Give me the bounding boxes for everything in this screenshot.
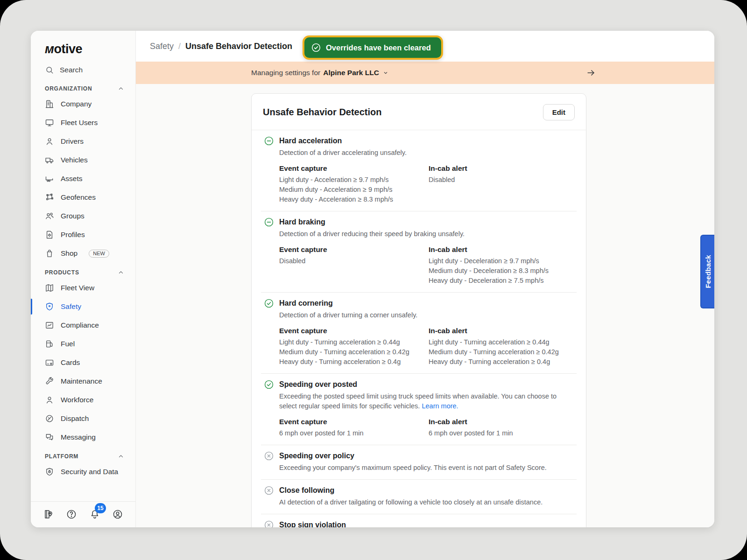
sidebar-item-label: Cards (61, 358, 80, 367)
threshold-line: Heavy duty - Turning acceleration ≥ 0.4g (279, 357, 429, 367)
section-organization[interactable]: ORGANIZATION (31, 79, 135, 95)
threshold-line: 6 mph over posted for 1 min (429, 428, 574, 438)
event-capture-column: Event capture 6 mph over posted for 1 mi… (279, 417, 429, 438)
learn-more-link[interactable]: Learn more. (422, 402, 458, 410)
threshold-line: Heavy duty - Turning acceleration ≥ 0.4g (429, 357, 574, 367)
threshold-line: Light duty - Acceleration ≥ 9.7 mph/s (279, 175, 429, 185)
setting-title: Close following (279, 485, 334, 496)
x-circle-icon (264, 485, 274, 496)
in-cab-alert-column: In-cab alert 6 mph over posted for 1 min (429, 417, 574, 438)
setting-title: Speeding over policy (279, 451, 354, 461)
sidebar-item-safety[interactable]: Safety (31, 297, 135, 316)
monitor-icon (45, 118, 54, 127)
sidebar-item-cards[interactable]: Cards (31, 353, 135, 372)
feedback-tab[interactable]: Feedback (700, 235, 714, 308)
section-products[interactable]: PRODUCTS (31, 263, 135, 279)
sidebar-item-shop[interactable]: Shop NEW (31, 244, 135, 263)
desktop-background: мmotiveotive Search ORGANIZATION Company… (0, 0, 747, 560)
sidebar-item-fleet-users[interactable]: Fleet Users (31, 113, 135, 132)
setting-title: Hard braking (279, 217, 325, 227)
chevron-up-icon (118, 269, 124, 276)
banner-company-selector[interactable]: Managing settings for Alpine Park LLC (251, 69, 389, 77)
check-circle-icon (311, 42, 321, 53)
chevron-up-icon (118, 453, 124, 460)
chart-square-icon (45, 321, 54, 330)
notification-count-badge: 15 (95, 503, 106, 513)
sidebar-item-geofences[interactable]: Geofences (31, 188, 135, 207)
chevron-down-icon (382, 69, 389, 77)
section-platform[interactable]: PLATFORM (31, 447, 135, 462)
column-heading: Event capture (279, 326, 429, 336)
setting-hard-braking: Hard braking Detection of a driver reduc… (261, 211, 577, 292)
map-pin-card-icon[interactable] (43, 509, 54, 520)
sidebar-item-vehicles[interactable]: Vehicles (31, 151, 135, 169)
fuel-pump-icon (45, 339, 54, 349)
threshold-line: Light duty - Deceleration ≥ 9.7 mph/s (429, 256, 574, 266)
sidebar-item-assets[interactable]: Assets (31, 169, 135, 188)
credit-card-icon (45, 358, 54, 367)
sidebar-item-compliance[interactable]: Compliance (31, 316, 135, 335)
sidebar-item-fuel[interactable]: Fuel (31, 335, 135, 353)
setting-close-following: Close following AI detection of a driver… (261, 479, 577, 514)
sidebar-item-profiles[interactable]: Profiles (31, 225, 135, 244)
breadcrumb-parent[interactable]: Safety (150, 42, 174, 51)
setting-description: Exceeding your company's maximum speed p… (279, 463, 572, 473)
threshold-line: Light duty - Turning acceleration ≥ 0.44… (279, 337, 429, 347)
sidebar-item-company[interactable]: Company (31, 95, 135, 113)
motive-logo[interactable]: мmotiveotive (31, 31, 135, 61)
sidebar-item-security-and-data[interactable]: Security and Data (31, 462, 135, 481)
sidebar-item-fleet-view[interactable]: Fleet View (31, 279, 135, 297)
setting-speeding-over-posted: Speeding over posted Exceeding the poste… (261, 373, 577, 445)
event-capture-column: Event capture Disabled (279, 245, 429, 286)
search-icon (45, 66, 54, 74)
sidebar-item-label: Company (61, 100, 92, 108)
sidebar-item-messaging[interactable]: Messaging (31, 428, 135, 447)
arrow-right-icon[interactable] (586, 68, 596, 78)
sidebar-item-label: Dispatch (61, 414, 89, 423)
setting-description: Exceeding the posted speed limit using t… (279, 392, 572, 411)
dispatch-compass-icon (45, 414, 54, 423)
main-area: Safety / Unsafe Behavior Detection Overr… (136, 31, 714, 527)
search-input[interactable]: Search (31, 61, 135, 79)
trailer-icon (45, 174, 54, 183)
success-toast: Overrides have been cleared (303, 35, 443, 60)
threshold-line: Medium duty - Deceleration ≥ 8.3 mph/s (429, 266, 574, 276)
sidebar-item-groups[interactable]: Groups (31, 207, 135, 225)
sidebar-item-dispatch[interactable]: Dispatch (31, 409, 135, 428)
card-header: Unsafe Behavior Detection Edit (252, 94, 586, 130)
card-title: Unsafe Behavior Detection (263, 107, 382, 118)
account-icon[interactable] (112, 509, 123, 520)
in-cab-alert-column: In-cab alert Light duty - Deceleration ≥… (429, 245, 574, 286)
help-icon[interactable] (66, 509, 77, 520)
minus-circle-icon (264, 217, 274, 227)
managing-settings-banner: Managing settings for Alpine Park LLC (136, 62, 714, 84)
sidebar-item-drivers[interactable]: Drivers (31, 132, 135, 151)
column-heading: Event capture (279, 163, 429, 173)
sidebar-footer: 15 (31, 501, 135, 527)
content-area: Unsafe Behavior Detection Edit Hard acce… (136, 84, 714, 527)
geofence-polygon-icon (45, 193, 54, 202)
new-badge: NEW (89, 250, 109, 258)
sidebar-item-workforce[interactable]: Workforce (31, 391, 135, 409)
x-circle-icon (264, 451, 274, 461)
section-label: PRODUCTS (45, 269, 79, 276)
setting-title: Hard cornering (279, 298, 333, 308)
setting-hard-acceleration: Hard acceleration Detection of a driver … (261, 130, 577, 211)
column-heading: In-cab alert (429, 163, 574, 173)
sidebar-item-label: Security and Data (61, 468, 118, 476)
sidebar-item-maintenance[interactable]: Maintenance (31, 372, 135, 391)
sidebar-item-label: Fleet View (61, 284, 94, 292)
setting-title: Speeding over posted (279, 379, 357, 390)
column-heading: Event capture (279, 417, 429, 427)
in-cab-alert-column: In-cab alert Disabled (429, 163, 574, 204)
feedback-label: Feedback (704, 255, 712, 288)
edit-button[interactable]: Edit (543, 104, 575, 120)
banner-company-name: Alpine Park LLC (323, 69, 379, 77)
column-heading: Event capture (279, 245, 429, 254)
wrench-icon (45, 377, 54, 386)
setting-description: Detection of a driver accelerating unsaf… (279, 148, 572, 158)
in-cab-alert-column: In-cab alert Light duty - Turning accele… (429, 326, 574, 367)
chat-bubbles-icon (45, 433, 54, 442)
notifications-bell-icon[interactable]: 15 (89, 509, 100, 520)
column-heading: In-cab alert (429, 417, 574, 427)
